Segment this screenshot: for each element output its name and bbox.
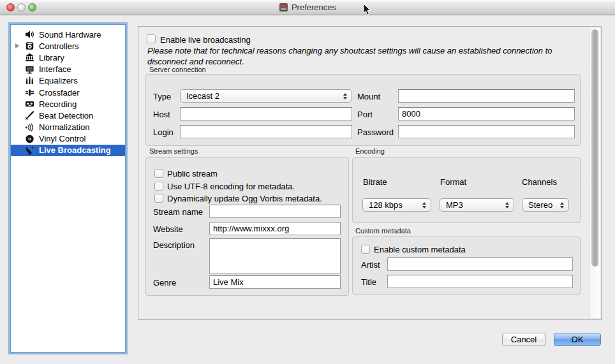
cassette-icon (25, 99, 34, 109)
utf8-metadata-checkbox[interactable] (154, 182, 163, 191)
sidebar-item-recording[interactable]: Recording (11, 98, 125, 110)
sidebar-item-sound-hardware[interactable]: Sound Hardware (11, 29, 125, 40)
host-label: Host (153, 110, 170, 119)
server-type-combobox[interactable]: Icecast 2 (180, 89, 352, 103)
website-label: Website (153, 224, 183, 234)
sidebar-item-equalizers[interactable]: Equalizers (11, 75, 125, 87)
minimize-window-icon[interactable] (17, 3, 26, 11)
server-type-value: Icecast 2 (186, 91, 219, 101)
bitrate-value: 128 kbps (369, 200, 403, 210)
enable-custom-metadata-label: Enable custom metadata (374, 245, 466, 254)
sidebar-item-label: Sound Hardware (39, 30, 101, 40)
disclosure-triangle-icon[interactable] (15, 43, 19, 48)
stream-settings-group-label: Stream settings (149, 147, 198, 155)
shoutcast-note-text: Please note that for technical reasons c… (147, 45, 581, 67)
sidebar-item-beat-detection[interactable]: Beat Detection (11, 110, 125, 121)
speaker-icon (25, 30, 34, 40)
monitor-icon (25, 64, 34, 74)
bitrate-combobox[interactable]: 128 kbps (362, 198, 431, 212)
beat-detection-icon (25, 111, 34, 120)
sidebar-item-label: Beat Detection (39, 111, 93, 120)
scrollbar-thumb[interactable] (591, 29, 598, 266)
server-connection-group-label: Server connection (149, 66, 206, 73)
public-stream-label: Public stream (167, 169, 218, 178)
format-value: MP3 (446, 200, 463, 210)
enable-custom-metadata-checkbox[interactable] (361, 245, 370, 254)
sidebar-item-vinyl-control[interactable]: Vinyl Control (11, 133, 125, 145)
custom-metadata-group-label: Custom metadata (355, 227, 411, 235)
sidebar-item-label: Vinyl Control (39, 134, 85, 143)
sidebar-item-interface[interactable]: Interface (11, 64, 125, 75)
website-input[interactable] (209, 222, 341, 235)
preferences-window: Preferences Sound HardwareControllersLib… (0, 0, 615, 364)
crossfader-icon (25, 88, 34, 98)
public-stream-checkbox[interactable] (154, 169, 163, 178)
preferences-app-icon (279, 3, 288, 12)
window-title-group: Preferences (279, 2, 336, 13)
format-combobox[interactable]: MP3 (440, 198, 514, 212)
port-label: Port (357, 110, 373, 119)
format-label: Format (440, 177, 466, 187)
login-label: Login (153, 127, 174, 137)
utf8-metadata-label: Use UTF-8 encoding for metadata. (167, 182, 295, 191)
sidebar-item-live-broadcasting[interactable]: Live Broadcasting (11, 145, 125, 156)
port-input[interactable] (398, 107, 575, 120)
genre-input[interactable] (209, 275, 341, 289)
mount-label: Mount (357, 92, 380, 101)
sidebar-item-label: Equalizers (39, 76, 78, 85)
sidebar-item-label: Normalization (39, 122, 89, 132)
equalizer-icon (25, 76, 34, 85)
combo-stepper-icon (560, 202, 564, 208)
bitrate-label: Bitrate (363, 177, 387, 187)
host-input[interactable] (180, 107, 352, 120)
window-title: Preferences (292, 3, 336, 12)
vinyl-icon (25, 134, 34, 143)
ok-button[interactable]: OK (554, 333, 601, 346)
preferences-category-list: Sound HardwareControllersLibraryInterfac… (10, 24, 126, 353)
controller-icon (25, 41, 34, 51)
sidebar-item-label: Interface (39, 64, 71, 74)
enable-live-broadcasting-label: Enable live broadcasting (160, 35, 251, 45)
stream-name-label: Stream name (153, 207, 203, 217)
zoom-window-icon[interactable] (28, 3, 36, 11)
sidebar-item-library[interactable]: Library (11, 52, 125, 63)
password-input[interactable] (398, 125, 575, 138)
description-textarea[interactable] (209, 238, 341, 274)
genre-label: Genre (153, 278, 176, 288)
enable-live-broadcasting-checkbox[interactable] (147, 34, 156, 43)
mouse-cursor (363, 3, 371, 16)
encoding-group (352, 157, 581, 223)
sidebar-item-controllers[interactable]: Controllers (11, 40, 125, 52)
password-label: Password (357, 127, 394, 137)
login-input[interactable] (180, 125, 352, 138)
artist-label: Artist (361, 260, 380, 270)
sidebar-item-label: Recording (39, 99, 77, 109)
sidebar-item-label: Crossfader (39, 88, 80, 98)
sound-wave-icon (25, 122, 34, 132)
sidebar-item-label: Controllers (39, 41, 79, 51)
combo-stepper-icon (505, 202, 509, 208)
ogg-vorbis-metadata-checkbox[interactable] (154, 194, 163, 203)
encoding-group-label: Encoding (355, 147, 385, 155)
title-label: Title (361, 277, 376, 287)
title-input[interactable] (387, 275, 573, 288)
satellite-dish-icon (25, 145, 34, 155)
cancel-button[interactable]: Cancel (502, 333, 545, 346)
type-label: Type (153, 92, 171, 101)
description-label: Description (153, 240, 195, 250)
mount-input[interactable] (398, 89, 575, 103)
artist-input[interactable] (387, 258, 573, 271)
channels-value: Stereo (528, 200, 552, 210)
sidebar-item-label: Live Broadcasting (39, 145, 111, 155)
ogg-vorbis-metadata-label: Dynamically update Ogg Vorbis metadata. (167, 194, 322, 203)
sidebar-item-normalization[interactable]: Normalization (11, 122, 125, 133)
sidebar-item-crossfader[interactable]: Crossfader (11, 87, 125, 98)
title-bar[interactable]: Preferences (0, 0, 615, 15)
channels-combobox[interactable]: Stereo (522, 198, 569, 212)
combo-stepper-icon (343, 93, 347, 99)
stream-name-input[interactable] (209, 205, 341, 218)
vertical-scrollbar[interactable] (589, 28, 600, 318)
library-icon (25, 53, 34, 62)
channels-label: Channels (522, 177, 557, 187)
close-window-icon[interactable] (6, 3, 15, 11)
